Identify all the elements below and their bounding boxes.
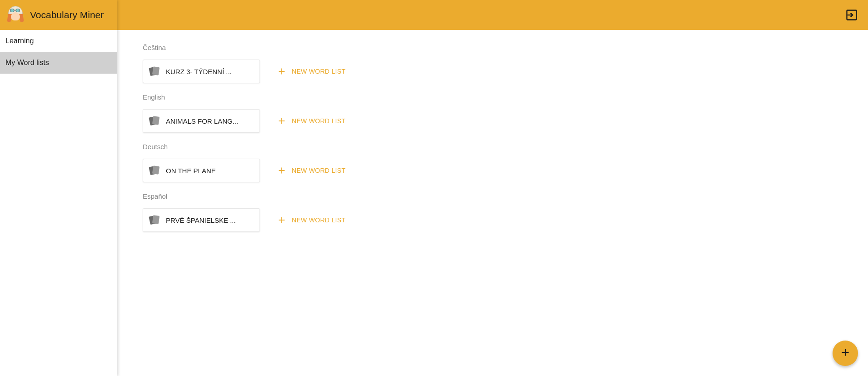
new-word-list-button[interactable]: NEW WORD LIST bbox=[276, 215, 345, 226]
plus-icon bbox=[276, 215, 287, 226]
sidebar-header: Vocabulary Miner bbox=[0, 0, 117, 30]
cards-icon bbox=[150, 116, 160, 125]
language-label: Español bbox=[143, 192, 868, 200]
list-row: KURZ 3- TÝDENNÍ ... NEW WORD LIST bbox=[143, 60, 868, 83]
new-word-list-label: NEW WORD LIST bbox=[292, 167, 345, 174]
word-list-card[interactable]: KURZ 3- TÝDENNÍ ... bbox=[143, 60, 260, 83]
app-header bbox=[0, 0, 868, 30]
cards-icon bbox=[150, 166, 160, 175]
new-word-list-button[interactable]: NEW WORD LIST bbox=[276, 115, 345, 126]
exit-icon[interactable] bbox=[844, 8, 859, 22]
nav-items: Learning My Word lists bbox=[0, 30, 117, 74]
list-row: ON THE PLANE NEW WORD LIST bbox=[143, 159, 868, 182]
add-fab-button[interactable] bbox=[833, 341, 858, 366]
word-list-card[interactable]: PRVÉ ŠPANIELSKE ... bbox=[143, 208, 260, 232]
word-list-card[interactable]: ON THE PLANE bbox=[143, 159, 260, 182]
list-row: PRVÉ ŠPANIELSKE ... NEW WORD LIST bbox=[143, 208, 868, 232]
word-list-title: ON THE PLANE bbox=[166, 167, 216, 175]
language-section-cestina: Čeština KURZ 3- TÝDENNÍ ... NEW WORD LIS… bbox=[143, 44, 868, 83]
new-word-list-button[interactable]: NEW WORD LIST bbox=[276, 165, 345, 176]
sidebar-item-my-word-lists[interactable]: My Word lists bbox=[0, 52, 117, 74]
plus-icon bbox=[276, 66, 287, 77]
new-word-list-label: NEW WORD LIST bbox=[292, 216, 345, 224]
word-list-title: KURZ 3- TÝDENNÍ ... bbox=[166, 68, 232, 75]
sidebar-item-label: Learning bbox=[5, 37, 34, 45]
word-list-card[interactable]: ANIMALS FOR LANG... bbox=[143, 109, 260, 133]
sidebar-item-learning[interactable]: Learning bbox=[0, 30, 117, 52]
new-word-list-label: NEW WORD LIST bbox=[292, 68, 345, 75]
language-label: English bbox=[143, 93, 868, 101]
cards-icon bbox=[150, 216, 160, 225]
plus-icon bbox=[276, 115, 287, 126]
app-logo bbox=[5, 5, 25, 25]
language-section-english: English ANIMALS FOR LANG... NEW WORD LIS… bbox=[143, 93, 868, 133]
language-section-espanol: Español PRVÉ ŠPANIELSKE ... NEW WORD LIS… bbox=[143, 192, 868, 232]
language-section-deutsch: Deutsch ON THE PLANE NEW WORD LIST bbox=[143, 143, 868, 182]
sidebar-item-label: My Word lists bbox=[5, 59, 49, 67]
plus-icon bbox=[276, 165, 287, 176]
word-list-title: ANIMALS FOR LANG... bbox=[166, 117, 238, 125]
new-word-list-button[interactable]: NEW WORD LIST bbox=[276, 66, 345, 77]
cards-icon bbox=[150, 67, 160, 76]
new-word-list-label: NEW WORD LIST bbox=[292, 117, 345, 125]
language-label: Deutsch bbox=[143, 143, 868, 150]
sidebar: Vocabulary Miner Learning My Word lists bbox=[0, 0, 117, 376]
main-content: Čeština KURZ 3- TÝDENNÍ ... NEW WORD LIS… bbox=[117, 30, 868, 376]
plus-icon bbox=[839, 346, 851, 360]
word-list-title: PRVÉ ŠPANIELSKE ... bbox=[166, 216, 236, 224]
language-label: Čeština bbox=[143, 44, 868, 51]
list-row: ANIMALS FOR LANG... NEW WORD LIST bbox=[143, 109, 868, 133]
app-title: Vocabulary Miner bbox=[30, 10, 104, 20]
